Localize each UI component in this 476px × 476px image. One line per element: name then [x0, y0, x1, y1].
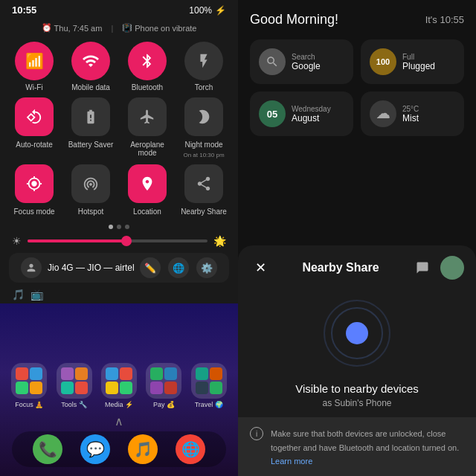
modal-header-icons	[411, 256, 464, 280]
greeting-row: Good Morning! It's 10:55	[250, 12, 464, 28]
device-name: as Subin's Phone	[322, 398, 391, 408]
tile-airplane-mode[interactable]: Aeroplane mode	[122, 97, 173, 158]
focus-mode-label: Focus mode	[13, 208, 54, 216]
search-circle	[259, 48, 286, 75]
edit-network-button[interactable]: ✏️	[140, 257, 161, 278]
alarm-text: Thu, 7:45 am	[54, 24, 103, 33]
modal-title: Nearby Share	[302, 261, 379, 274]
modal-footer: i Make sure that both devices are unlock…	[238, 417, 476, 476]
folder-travel-label: Travel 🌍	[195, 401, 223, 408]
battery-value: Plugged	[402, 61, 435, 71]
tile-mobile-data[interactable]: Mobile data	[65, 42, 116, 91]
tile-wifi[interactable]: 📶 Wi-Fi	[9, 42, 60, 91]
brightness-fill	[28, 239, 126, 242]
night-mode-label: Night mode	[184, 141, 222, 149]
network-action-icons: ✏️ 🌐 ⚙️	[140, 257, 217, 278]
tile-location[interactable]: Location	[122, 164, 173, 216]
location-icon	[128, 164, 167, 203]
info-icon: i	[250, 427, 263, 440]
app-folders: Focus 🧘 Tools 🔧 Media ⚡	[0, 363, 238, 411]
visible-text: Visible to nearby devices	[295, 382, 419, 395]
folder-pay[interactable]: Pay 💰	[144, 363, 184, 408]
dot-3	[125, 225, 129, 229]
weather-text: 25°C Mist	[402, 105, 419, 123]
weather-card[interactable]: ☁ 25°C Mist	[361, 91, 464, 136]
alarm-info: ⏰ Thu, 7:45 am	[42, 23, 103, 33]
user-avatar	[440, 256, 464, 280]
nearby-share-label: Nearby Share	[181, 208, 227, 216]
network-name: Jio 4G — JIO — airtel	[48, 263, 135, 273]
folder-media-label: Media ⚡	[105, 401, 133, 408]
battery-card[interactable]: 100 Full Plugged	[361, 39, 464, 84]
search-text: Search Google	[292, 53, 321, 71]
right-time: It's 10:55	[425, 14, 464, 25]
learn-more-link[interactable]: Learn more	[271, 457, 312, 466]
dot-2	[117, 225, 121, 229]
folder-pay-label: Pay 💰	[153, 401, 175, 408]
folder-media-icon	[101, 363, 137, 399]
globe-icon-button[interactable]: 🌐	[168, 257, 189, 278]
folder-focus-label: Focus 🧘	[15, 401, 43, 408]
status-bar: 10:55 100% ⚡	[0, 0, 238, 20]
bluetooth-label: Bluetooth	[132, 83, 163, 91]
footer-text-block: Make sure that both devices are unlocked…	[271, 426, 464, 467]
vibrate-icon: 📳	[122, 23, 132, 33]
modal-body: Visible to nearby devices as Subin's Pho…	[238, 287, 476, 417]
right-top: Good Morning! It's 10:55 Search Google 1…	[238, 0, 476, 245]
page-dots	[0, 222, 238, 232]
settings-button[interactable]: ⚙️	[196, 257, 217, 278]
search-label: Search	[292, 53, 321, 61]
brightness-track[interactable]	[28, 239, 208, 242]
folder-media[interactable]: Media ⚡	[99, 363, 139, 408]
folder-tools[interactable]: Tools 🔧	[54, 363, 94, 408]
tile-night-mode[interactable]: Night mode On at 10:30 pm	[178, 97, 229, 158]
status-right: 100% ⚡	[189, 5, 226, 16]
weather-label: 25°C	[402, 105, 419, 113]
nearby-ring-inner	[331, 307, 383, 359]
music-icon: 🎵	[12, 289, 25, 300]
wifi-label: Wi-Fi	[25, 83, 42, 91]
auto-rotate-label: Auto-rotate	[16, 141, 52, 149]
folder-focus[interactable]: Focus 🧘	[9, 363, 49, 408]
dock-phone[interactable]: 📞	[33, 434, 62, 464]
brightness-high-icon: 🌟	[213, 235, 226, 247]
info-cards: Search Google 100 Full Plugged 05 Wednes…	[250, 39, 464, 136]
brightness-control[interactable]: ☀ 🌟	[0, 232, 238, 250]
status-time: 10:55	[12, 4, 36, 16]
tile-hotspot[interactable]: Hotspot	[65, 164, 116, 216]
dock-messages[interactable]: 💬	[80, 434, 110, 464]
tile-auto-rotate[interactable]: Auto-rotate	[9, 97, 60, 158]
folder-tools-icon	[57, 363, 92, 399]
media-bar: 🎵 📺	[0, 286, 238, 303]
hotspot-label: Hotspot	[78, 208, 103, 216]
date-circle: 05	[259, 100, 286, 127]
modal-header: ✕ Nearby Share	[238, 245, 476, 287]
search-card[interactable]: Search Google	[250, 39, 353, 84]
date-card[interactable]: 05 Wednesday August	[250, 91, 353, 136]
quick-tiles-row1: 📶 Wi-Fi Mobile data Bluetooth	[0, 36, 238, 97]
tile-battery-saver[interactable]: Battery Saver	[65, 97, 116, 158]
torch-label: Torch	[195, 83, 213, 91]
battery-label: Full	[402, 53, 435, 61]
tile-nearby-share[interactable]: Nearby Share	[178, 164, 229, 216]
airplane-label: Aeroplane mode	[122, 141, 173, 157]
location-label: Location	[133, 208, 161, 216]
greeting-text: Good Morning!	[250, 12, 338, 28]
dock-app3[interactable]: 🎵	[128, 434, 158, 464]
folder-travel[interactable]: Travel 🌍	[189, 363, 229, 408]
info-bar: ⏰ Thu, 7:45 am | 📳 Phone on vibrate	[0, 20, 238, 36]
tile-focus-mode[interactable]: Focus mode	[9, 164, 60, 216]
chat-icon-button[interactable]	[411, 256, 434, 280]
torch-icon	[184, 42, 223, 80]
focus-mode-icon	[15, 164, 54, 203]
tile-bluetooth[interactable]: Bluetooth	[122, 42, 173, 91]
network-info: Jio 4G — JIO — airtel	[21, 257, 135, 278]
network-row[interactable]: Jio 4G — JIO — airtel ✏️ 🌐 ⚙️	[9, 253, 229, 283]
close-button[interactable]: ✕	[250, 257, 271, 278]
dock-chrome[interactable]: 🌐	[176, 434, 205, 464]
dot-1	[109, 225, 113, 229]
folder-travel-icon	[191, 363, 227, 399]
brightness-thumb[interactable]	[121, 236, 132, 246]
tile-torch[interactable]: Torch	[178, 42, 229, 91]
alarm-icon: ⏰	[42, 23, 52, 33]
